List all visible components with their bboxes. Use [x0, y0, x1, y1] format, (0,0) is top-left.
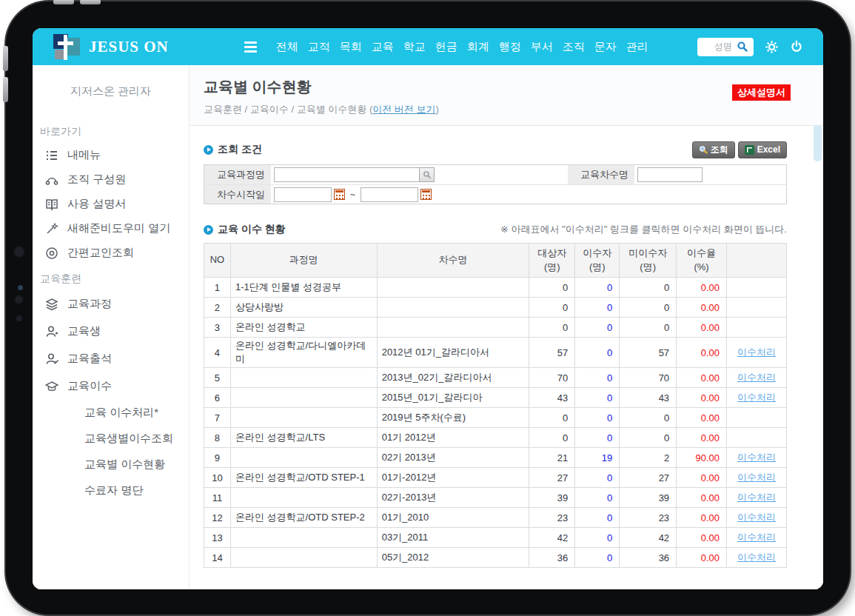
nav-item-헌금[interactable]: 헌금: [435, 40, 457, 54]
session-name: 01기-2012년: [377, 468, 529, 488]
sidebar-item-조직 구성원[interactable]: 조직 구성원: [33, 167, 189, 192]
table-row: 1405기_2012360360.00이수처리: [204, 548, 787, 568]
session-name: [377, 278, 529, 298]
table-row: 10온라인 성경학교/OTD STEP-101기-2012년270270.00이…: [204, 468, 787, 488]
sidebar-item-새해준비도우미 열기[interactable]: 새해준비도우미 열기: [33, 216, 189, 241]
nav-item-관리[interactable]: 관리: [626, 40, 648, 54]
tablet-frame: JESUS ON 전체교적목회교육학교헌금회계행정부서조직문자관리 성명: [6, 1, 850, 615]
sidebar-item-간편교인조회[interactable]: 간편교인조회: [33, 241, 189, 265]
side-button[interactable]: [3, 46, 8, 71]
not-completed-count: 0: [620, 318, 677, 338]
previous-version-link[interactable]: 이전 버전 보기: [372, 104, 435, 115]
process-completion-link[interactable]: 이수처리: [737, 452, 776, 463]
sidebar-item-label: 교육생: [67, 324, 101, 338]
sidebar-item-label: 간편교인조회: [67, 246, 134, 260]
nav-item-행정[interactable]: 행정: [499, 40, 521, 54]
sidebar-subitem-수료자 명단[interactable]: 수료자 명단: [33, 478, 189, 503]
process-link-cell: [727, 408, 787, 428]
student-icon: [45, 325, 58, 338]
completion-rate: 0.00: [677, 528, 727, 548]
detail-manual-button[interactable]: 상세설명서: [732, 84, 791, 101]
row-number: 1: [204, 278, 231, 298]
course-name: 온라인 성경학교/LTS: [230, 428, 377, 448]
session-name-input[interactable]: [637, 167, 703, 182]
hamburger-menu-icon[interactable]: [244, 41, 257, 53]
sidebar-subitem-교육 이수처리*[interactable]: 교육 이수처리*: [33, 400, 189, 426]
volume-down-button[interactable]: [80, 0, 101, 4]
start-date-from-input[interactable]: [274, 187, 332, 202]
process-completion-link[interactable]: 이수처리: [737, 512, 776, 523]
completion-rate: 0.00: [677, 548, 727, 568]
nav-item-전체[interactable]: 전체: [276, 40, 298, 54]
graduation-icon: [45, 380, 58, 393]
manual-book-icon: [45, 198, 58, 211]
target-count: 57: [529, 338, 575, 368]
row-number: 2: [204, 298, 231, 318]
nav-item-회계[interactable]: 회계: [467, 40, 489, 54]
session-name: 05기_2012: [377, 548, 529, 568]
result-section-title: 교육 이수 현황: [204, 223, 286, 236]
sidebar-subitem-교육별 이수현황[interactable]: 교육별 이수현황: [33, 452, 189, 478]
gear-icon[interactable]: [764, 39, 779, 54]
sidebar-item-label: 사용 설명서: [67, 197, 126, 211]
process-link-cell: 이수처리: [727, 468, 787, 488]
calendar-icon[interactable]: [420, 189, 432, 200]
completion-rate: 90.00: [677, 448, 727, 468]
sidebar-item-교육이수[interactable]: 교육이수: [33, 372, 189, 400]
name-search-placeholder: 성명: [714, 41, 732, 53]
search-icon[interactable]: [735, 39, 750, 54]
eye-icon: [45, 247, 58, 260]
excel-button[interactable]: Excel: [738, 141, 787, 158]
course-name: 온라인 성경학교: [230, 318, 377, 338]
sidebar-item-사용 설명서[interactable]: 사용 설명서: [33, 192, 189, 216]
name-search-box[interactable]: 성명: [697, 38, 754, 56]
process-completion-link[interactable]: 이수처리: [737, 392, 776, 403]
process-completion-link[interactable]: 이수처리: [737, 372, 776, 383]
layers-icon: [45, 298, 58, 311]
session-name: 01기 2012년: [377, 428, 529, 448]
completion-rate: 0.00: [677, 428, 727, 448]
front-camera: [14, 295, 24, 304]
org-members-icon: [45, 173, 58, 187]
not-completed-count: 0: [620, 408, 677, 428]
start-date-to-input[interactable]: [361, 187, 418, 202]
calendar-icon[interactable]: [334, 189, 345, 200]
course-name-input[interactable]: [274, 167, 419, 182]
search-button[interactable]: 조회: [692, 141, 735, 158]
course-search-icon[interactable]: [419, 167, 435, 182]
not-completed-count: 0: [620, 428, 677, 448]
process-completion-link[interactable]: 이수처리: [737, 532, 776, 543]
completion-status-table: NO과정명차수명대상자(명)이수자(명)미이수자(명)이수율(%) 11-1단계…: [204, 243, 787, 568]
process-completion-link[interactable]: 이수처리: [737, 346, 776, 358]
table-row: 72019년 5주차(수료)0000.00: [204, 408, 787, 428]
completed-count: 0: [575, 468, 620, 488]
completed-count: 0: [575, 318, 620, 338]
process-completion-link[interactable]: 이수처리: [737, 552, 776, 563]
course-name: [230, 388, 377, 408]
volume-up-button[interactable]: [53, 0, 74, 4]
nav-item-학교[interactable]: 학교: [403, 40, 426, 54]
process-link-cell: 이수처리: [727, 388, 787, 408]
nav-item-문자[interactable]: 문자: [594, 40, 617, 54]
not-completed-count: 42: [620, 528, 677, 548]
sidebar-item-교육과정[interactable]: 교육과정: [33, 290, 189, 318]
nav-item-교적[interactable]: 교적: [308, 40, 330, 54]
nav-item-교육[interactable]: 교육: [372, 40, 394, 54]
page-header: 교육별 이수현황 교육훈련 / 교육이수 / 교육별 이수현황 (이전 버전 보…: [190, 65, 823, 126]
sidebar-item-교육생[interactable]: 교육생: [33, 318, 189, 345]
sidebar-item-교육출석[interactable]: 교육출석: [33, 345, 189, 372]
nav-item-목회[interactable]: 목회: [340, 40, 362, 54]
row-number: 13: [204, 528, 231, 548]
sidebar-menu: 바로가기내메뉴조직 구성원사용 설명서새해준비도우미 열기간편교인조회교육훈련교…: [33, 118, 189, 503]
nav-item-조직[interactable]: 조직: [563, 40, 585, 54]
process-completion-link[interactable]: 이수처리: [737, 492, 776, 503]
sidebar-item-내메뉴[interactable]: 내메뉴: [33, 143, 189, 167]
sidebar-item-label: 조직 구성원: [67, 173, 126, 187]
app-logo[interactable]: JESUS ON: [52, 32, 169, 61]
sidebar-subitem-교육생별이수조회[interactable]: 교육생별이수조회: [33, 426, 189, 452]
completion-rate: 0.00: [677, 278, 727, 298]
power-icon[interactable]: [789, 39, 804, 54]
nav-item-부서[interactable]: 부서: [531, 40, 553, 54]
process-completion-link[interactable]: 이수처리: [737, 472, 776, 483]
side-button[interactable]: [3, 77, 8, 102]
